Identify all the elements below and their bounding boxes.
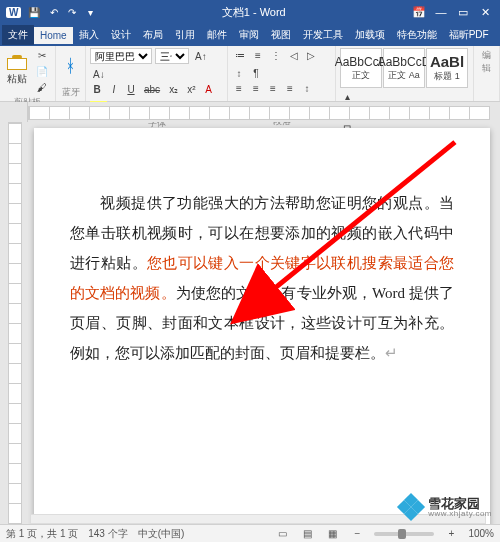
tab-mailings[interactable]: 邮件 [201, 25, 233, 45]
style-preview: AaBbCcD [378, 55, 431, 69]
format-painter-icon[interactable]: 🖌 [33, 80, 51, 95]
zoom-in-icon[interactable]: + [444, 526, 458, 541]
watermark-text-en: www.xhjaty.com [428, 510, 492, 518]
group-clipboard: 粘贴 ✂ 📄 🖌 剪贴板 [0, 46, 56, 101]
italic-button[interactable]: I [107, 82, 121, 97]
multilevel-icon[interactable]: ⋮ [268, 48, 284, 63]
align-left-icon[interactable]: ≡ [232, 81, 246, 96]
align-right-icon[interactable]: ≡ [266, 81, 280, 96]
vertical-ruler-gutter [0, 122, 28, 524]
view-web-icon[interactable]: ▦ [325, 526, 340, 541]
watermark-logo: 雪花家园 www.xhjaty.com [398, 494, 492, 520]
ribbon: 粘贴 ✂ 📄 🖌 剪贴板 ᚼ 蓝牙 阿里巴巴普 三号 A↑ A↓ B I U a… [0, 46, 500, 102]
status-word-count[interactable]: 143 个字 [88, 527, 127, 541]
tab-foxit[interactable]: 福昕PDF [443, 25, 495, 45]
qat: W 💾 ↶ ↷ ▾ [6, 5, 97, 20]
bold-button[interactable]: B [90, 82, 104, 97]
horizontal-ruler[interactable] [28, 106, 490, 120]
increase-indent-icon[interactable]: ▷ [304, 48, 318, 63]
bluetooth-icon[interactable]: ᚼ [60, 48, 81, 85]
close-icon[interactable]: ✕ [476, 6, 494, 19]
zoom-out-icon[interactable]: − [350, 526, 364, 541]
ribbon-options-icon[interactable]: 📅 [410, 6, 428, 19]
title-bar: W 💾 ↶ ↷ ▾ 文档1 - Word 📅 — ▭ ✕ [0, 0, 500, 24]
show-marks-icon[interactable]: ¶ [249, 66, 263, 81]
tab-tellme[interactable]: ♀ [495, 27, 500, 44]
workspace: 视频提供了功能强大的方法帮助您证明您的观点。当您单击联机视频时，可以在想要添加的… [0, 122, 500, 524]
font-family-select[interactable]: 阿里巴巴普 [90, 48, 152, 64]
snowflake-icon [398, 494, 424, 520]
window-controls: 📅 — ▭ ✕ [410, 6, 494, 19]
paragraph-mark-icon: ↵ [385, 345, 398, 361]
zoom-slider[interactable] [374, 532, 434, 536]
cut-icon[interactable]: ✂ [33, 48, 51, 63]
view-read-icon[interactable]: ▭ [275, 526, 290, 541]
word-logo-icon: W [6, 7, 21, 18]
watermark-text-cn: 雪花家园 [428, 497, 492, 510]
minimize-icon[interactable]: — [432, 6, 450, 19]
ribbon-tabs: 文件 Home 插入 设计 布局 引用 邮件 审阅 视图 开发工具 加载项 特色… [0, 24, 500, 46]
tab-home[interactable]: Home [34, 27, 73, 44]
status-page[interactable]: 第 1 页，共 1 页 [6, 527, 78, 541]
style-name: 正文 Aa [388, 69, 420, 82]
numbering-icon[interactable]: ≡ [251, 48, 265, 63]
ruler-area [0, 102, 500, 122]
tab-addins[interactable]: 加载项 [349, 25, 391, 45]
group-editing: 编辑 [474, 46, 500, 101]
style-name: 正文 [352, 69, 370, 82]
line-spacing-icon[interactable]: ↕ [300, 81, 314, 96]
view-print-icon[interactable]: ▤ [300, 526, 315, 541]
justify-icon[interactable]: ≡ [283, 81, 297, 96]
zoom-level[interactable]: 100% [468, 528, 494, 539]
tab-view[interactable]: 视图 [265, 25, 297, 45]
style-body[interactable]: AaBbCcD正文 Aa [383, 48, 425, 88]
document-page[interactable]: 视频提供了功能强大的方法帮助您证明您的观点。当您单击联机视频时，可以在想要添加的… [34, 128, 490, 524]
grow-font-icon[interactable]: A↑ [192, 49, 210, 64]
group-paragraph: ≔ ≡ ⋮ ◁ ▷ ↕ ¶ ≡ ≡ ≡ ≡ ↕ ▦ ▢ 段落 [228, 46, 336, 101]
tab-review[interactable]: 审阅 [233, 25, 265, 45]
document-title: 文档1 - Word [97, 5, 410, 20]
subscript-button[interactable]: x₂ [166, 82, 181, 97]
tab-file[interactable]: 文件 [2, 25, 34, 45]
shrink-font-icon[interactable]: A↓ [90, 67, 108, 82]
decrease-indent-icon[interactable]: ◁ [287, 48, 301, 63]
strike-button[interactable]: abc [141, 82, 163, 97]
clipboard-icon [7, 58, 27, 70]
sort-icon[interactable]: ↕ [232, 66, 246, 81]
tab-references[interactable]: 引用 [169, 25, 201, 45]
group-bluetooth: ᚼ 蓝牙 [56, 46, 86, 101]
style-normal[interactable]: AaBbCcD正文 [340, 48, 382, 88]
font-size-select[interactable]: 三号 [155, 48, 189, 64]
bullets-icon[interactable]: ≔ [232, 48, 248, 63]
maximize-icon[interactable]: ▭ [454, 6, 472, 19]
page-holder: 视频提供了功能强大的方法帮助您证明您的观点。当您单击联机视频时，可以在想要添加的… [28, 122, 500, 524]
underline-button[interactable]: U [124, 82, 138, 97]
save-icon[interactable]: 💾 [25, 5, 43, 20]
status-language[interactable]: 中文(中国) [138, 527, 185, 541]
group-font: 阿里巴巴普 三号 A↑ A↓ B I U abc x₂ x² A ab A 字体 [86, 46, 228, 101]
tab-acrobat[interactable]: 特色功能 [391, 25, 443, 45]
tab-developer[interactable]: 开发工具 [297, 25, 349, 45]
qat-more-icon[interactable]: ▾ [83, 5, 97, 20]
redo-icon[interactable]: ↷ [65, 5, 79, 20]
document-body[interactable]: 视频提供了功能强大的方法帮助您证明您的观点。当您单击联机视频时，可以在想要添加的… [70, 188, 454, 368]
tab-design[interactable]: 设计 [105, 25, 137, 45]
style-heading1[interactable]: AaBl标题 1 [426, 48, 468, 88]
group-styles: AaBbCcD正文 AaBbCcD正文 Aa AaBl标题 1 ▴ ▾ ⊡ 样式 [336, 46, 474, 101]
tab-insert[interactable]: 插入 [73, 25, 105, 45]
status-bar: 第 1 页，共 1 页 143 个字 中文(中国) ▭ ▤ ▦ − + 100% [0, 524, 500, 542]
undo-icon[interactable]: ↶ [47, 5, 61, 20]
tab-layout[interactable]: 布局 [137, 25, 169, 45]
superscript-button[interactable]: x² [184, 82, 198, 97]
bluetooth-group-label: 蓝牙 [60, 86, 81, 99]
paste-button[interactable]: 粘贴 [4, 56, 30, 88]
style-preview: AaBl [430, 53, 464, 70]
copy-icon[interactable]: 📄 [33, 64, 51, 79]
align-center-icon[interactable]: ≡ [249, 81, 263, 96]
text-effects-icon[interactable]: A [201, 82, 215, 97]
editing-group-label: 编辑 [478, 49, 495, 75]
paste-label: 粘贴 [7, 72, 27, 86]
ruler-corner [0, 102, 28, 122]
zoom-thumb[interactable] [398, 529, 406, 539]
vertical-ruler[interactable] [8, 122, 22, 524]
